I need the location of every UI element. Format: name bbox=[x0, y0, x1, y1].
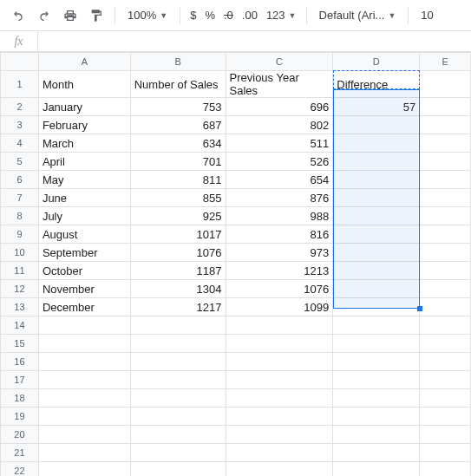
cell-E20[interactable] bbox=[420, 426, 471, 444]
cell-C11[interactable]: 1213 bbox=[226, 262, 333, 280]
cell-D17[interactable] bbox=[333, 371, 420, 389]
percent-button[interactable]: % bbox=[202, 4, 218, 27]
col-header-C[interactable]: C bbox=[226, 53, 333, 71]
row-header-15[interactable]: 15 bbox=[1, 335, 39, 353]
cell-B3[interactable]: 687 bbox=[130, 116, 226, 134]
row-header-2[interactable]: 2 bbox=[1, 98, 39, 116]
cell-C17[interactable] bbox=[226, 371, 333, 389]
cell-B21[interactable] bbox=[130, 444, 226, 462]
row-header-12[interactable]: 12 bbox=[1, 280, 39, 298]
cell-B12[interactable]: 1304 bbox=[130, 280, 226, 298]
cell-B13[interactable]: 1217 bbox=[130, 298, 226, 316]
cell-A19[interactable] bbox=[38, 408, 130, 426]
cell-C8[interactable]: 988 bbox=[226, 207, 333, 225]
cell-D18[interactable] bbox=[333, 389, 420, 408]
decrease-decimal-button[interactable]: .0 bbox=[221, 4, 236, 27]
number-format-dropdown[interactable]: 123▼ bbox=[264, 4, 299, 27]
cell-D9[interactable] bbox=[333, 225, 420, 244]
cell-A2[interactable]: January bbox=[38, 98, 130, 116]
cell-C20[interactable] bbox=[226, 426, 333, 444]
cell-A20[interactable] bbox=[38, 426, 130, 444]
cell-D2[interactable]: 57 bbox=[333, 98, 420, 116]
cell-B11[interactable]: 1187 bbox=[130, 262, 226, 280]
row-header-8[interactable]: 8 bbox=[1, 207, 39, 225]
cell-E22[interactable] bbox=[420, 462, 471, 477]
cell-D14[interactable] bbox=[333, 316, 420, 335]
row-header-18[interactable]: 18 bbox=[1, 389, 39, 408]
cell-E4[interactable] bbox=[420, 134, 471, 153]
cell-D3[interactable] bbox=[333, 116, 420, 134]
cell-A13[interactable]: December bbox=[38, 298, 130, 316]
cell-E18[interactable] bbox=[420, 389, 471, 408]
row-header-21[interactable]: 21 bbox=[1, 444, 39, 462]
cell-D8[interactable] bbox=[333, 207, 420, 225]
cell-E6[interactable] bbox=[420, 171, 471, 189]
cell-A21[interactable] bbox=[38, 444, 130, 462]
redo-button[interactable] bbox=[33, 4, 56, 27]
row-header-11[interactable]: 11 bbox=[1, 262, 39, 280]
cell-E7[interactable] bbox=[420, 189, 471, 207]
cell-A4[interactable]: March bbox=[38, 134, 130, 153]
cell-D1[interactable]: Difference bbox=[333, 71, 420, 98]
col-header-B[interactable]: B bbox=[130, 53, 226, 71]
cell-E21[interactable] bbox=[420, 444, 471, 462]
cell-B6[interactable]: 811 bbox=[130, 171, 226, 189]
cell-C19[interactable] bbox=[226, 408, 333, 426]
cell-D10[interactable] bbox=[333, 244, 420, 262]
cell-D7[interactable] bbox=[333, 189, 420, 207]
cell-B14[interactable] bbox=[130, 316, 226, 335]
cell-B5[interactable]: 701 bbox=[130, 153, 226, 171]
cell-D22[interactable] bbox=[333, 462, 420, 477]
cell-A17[interactable] bbox=[38, 371, 130, 389]
corner-cell[interactable] bbox=[1, 53, 39, 71]
cell-C14[interactable] bbox=[226, 316, 333, 335]
zoom-dropdown[interactable]: 100%▼ bbox=[122, 4, 173, 27]
cell-D6[interactable] bbox=[333, 171, 420, 189]
row-header-22[interactable]: 22 bbox=[1, 462, 39, 477]
cell-E5[interactable] bbox=[420, 153, 471, 171]
row-header-14[interactable]: 14 bbox=[1, 316, 39, 335]
cell-C10[interactable]: 973 bbox=[226, 244, 333, 262]
cell-B7[interactable]: 855 bbox=[130, 189, 226, 207]
cell-B2[interactable]: 753 bbox=[130, 98, 226, 116]
cell-B4[interactable]: 634 bbox=[130, 134, 226, 153]
cell-D13[interactable] bbox=[333, 298, 420, 316]
row-header-3[interactable]: 3 bbox=[1, 116, 39, 134]
cell-A10[interactable]: September bbox=[38, 244, 130, 262]
cell-B17[interactable] bbox=[130, 371, 226, 389]
cell-A1[interactable]: Month bbox=[38, 71, 130, 98]
fontsize-input[interactable]: 10 bbox=[415, 4, 438, 27]
cell-E12[interactable] bbox=[420, 280, 471, 298]
cell-A6[interactable]: May bbox=[38, 171, 130, 189]
cell-D11[interactable] bbox=[333, 262, 420, 280]
col-header-A[interactable]: A bbox=[38, 53, 130, 71]
cell-B10[interactable]: 1076 bbox=[130, 244, 226, 262]
row-header-1[interactable]: 1 bbox=[1, 71, 39, 98]
cell-E2[interactable] bbox=[420, 98, 471, 116]
cell-D16[interactable] bbox=[333, 353, 420, 371]
cell-D15[interactable] bbox=[333, 335, 420, 353]
cell-B18[interactable] bbox=[130, 389, 226, 408]
cell-A15[interactable] bbox=[38, 335, 130, 353]
cell-B16[interactable] bbox=[130, 353, 226, 371]
cell-A7[interactable]: June bbox=[38, 189, 130, 207]
row-header-5[interactable]: 5 bbox=[1, 153, 39, 171]
formula-input[interactable] bbox=[38, 31, 471, 51]
increase-decimal-button[interactable]: .00 bbox=[239, 4, 260, 27]
cell-A11[interactable]: October bbox=[38, 262, 130, 280]
cell-D5[interactable] bbox=[333, 153, 420, 171]
cell-D20[interactable] bbox=[333, 426, 420, 444]
cell-C22[interactable] bbox=[226, 462, 333, 477]
cell-A8[interactable]: July bbox=[38, 207, 130, 225]
cell-E1[interactable] bbox=[420, 71, 471, 98]
cell-C18[interactable] bbox=[226, 389, 333, 408]
cell-A9[interactable]: August bbox=[38, 225, 130, 244]
row-header-6[interactable]: 6 bbox=[1, 171, 39, 189]
cell-B1[interactable]: Number of Sales bbox=[130, 71, 226, 98]
cell-E19[interactable] bbox=[420, 408, 471, 426]
cell-C2[interactable]: 696 bbox=[226, 98, 333, 116]
cell-D19[interactable] bbox=[333, 408, 420, 426]
cell-C1[interactable]: Previous Year Sales bbox=[226, 71, 333, 98]
row-header-20[interactable]: 20 bbox=[1, 426, 39, 444]
print-button[interactable] bbox=[59, 4, 82, 27]
